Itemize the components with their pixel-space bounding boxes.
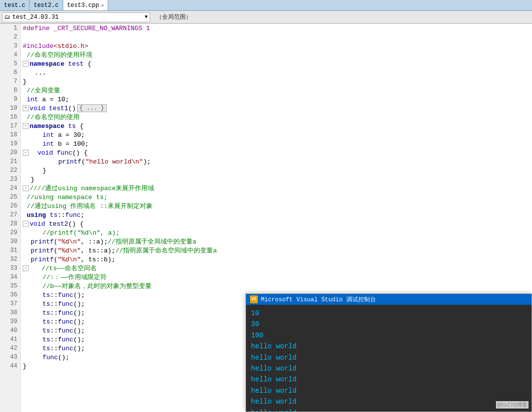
ln-21: 21 [0, 157, 20, 166]
scope-label: （全局范围） [152, 13, 196, 21]
ln-39: 39 [0, 317, 20, 326]
ln-6: 6 [0, 68, 20, 77]
fold-btn-5[interactable]: − [23, 61, 29, 67]
tab-test2-c[interactable]: test2.c [30, 0, 63, 10]
collapsed-block-10: { ... } [77, 104, 107, 112]
ln-29: 29 [0, 228, 20, 237]
fold-btn-24[interactable]: − [23, 185, 29, 191]
ln-19: 19 [0, 139, 20, 148]
debug-line-9: hello world [251, 396, 527, 407]
ln-37: 37 [0, 299, 20, 308]
debug-line-5: hello world [251, 352, 527, 363]
code-line-32: printf ( "%d\n" , ts::b); [23, 255, 532, 264]
code-line-5: − namespace test { [23, 59, 532, 68]
code-line-20: − void func () { [23, 148, 532, 157]
ln-40: 40 [0, 326, 20, 335]
ln-7: 7 [0, 77, 20, 86]
code-line-30: printf ( "%d\n" , ::a); //指明原属于全局域中的变量a [23, 237, 532, 246]
code-line-35: //b——对象名，此时的对象为整型变量 [23, 282, 532, 290]
fold-btn-20[interactable]: − [23, 150, 29, 156]
ln-16: 16 [0, 113, 20, 122]
ln-41: 41 [0, 335, 20, 344]
code-line-25: //using namespace ts; [23, 193, 532, 202]
vs-icon: VS [250, 295, 258, 303]
editor-area: 1 2 3 4 5 6 7 8 9 10 16 17 18 19 20 21 2… [0, 24, 532, 412]
code-line-23: } [23, 175, 532, 184]
code-line-21: printf ( "hello world\n" ); [23, 157, 532, 166]
code-line-27: using ts :: func ; [23, 210, 532, 219]
code-line-4: //命名空间的使用环境 [23, 50, 532, 59]
tab-bar: test.c test2.c test3.cpp ✕ [0, 0, 532, 11]
code-line-22: } [23, 166, 532, 175]
ln-22: 22 [0, 166, 20, 175]
ln-20: 20 [0, 148, 20, 157]
ln-10: 10 [0, 104, 20, 113]
ln-27: 27 [0, 210, 20, 219]
project-name: test_24.03.31 [12, 14, 59, 21]
code-line-1: #define _CRT_SECURE_NO_WARNINGS 1 [23, 24, 532, 33]
line-numbers: 1 2 3 4 5 6 7 8 9 10 16 17 18 19 20 21 2… [0, 24, 21, 412]
ln-43: 43 [0, 353, 20, 362]
toolbar-row: 🗂 test_24.03.31 ▼ （全局范围） [0, 11, 532, 24]
ln-42: 42 [0, 344, 20, 353]
ln-23: 23 [0, 175, 20, 184]
ln-26: 26 [0, 202, 20, 210]
code-line-7: } [23, 77, 532, 86]
fold-btn-28[interactable]: − [23, 221, 29, 227]
dropdown-arrow-icon: ▼ [145, 14, 148, 20]
project-dropdown[interactable]: 🗂 test_24.03.31 ▼ [2, 12, 150, 22]
tab-test3-cpp[interactable]: test3.cpp ✕ [63, 0, 109, 10]
ln-8: 8 [0, 86, 20, 95]
debug-line-10: hello world [251, 408, 527, 412]
tab-label: test.c [4, 2, 25, 9]
tab-close-icon[interactable]: ✕ [101, 2, 104, 8]
code-line-2 [23, 33, 532, 41]
code-line-8: //全局变量 [23, 86, 532, 95]
code-line-19: int b = 100; [23, 139, 532, 148]
ln-1: 1 [0, 24, 20, 33]
ln-28: 28 [0, 219, 20, 228]
debug-line-2: 30 [251, 319, 527, 330]
ln-18: 18 [0, 130, 20, 139]
ln-25: 25 [0, 193, 20, 202]
tab-label: test3.cpp [67, 2, 99, 9]
ln-5: 5 [0, 59, 20, 68]
debug-console-body[interactable]: 10 30 100 hello world hello world hello … [246, 305, 532, 412]
code-line-24: − ////通过using namespace来展开作用域 [23, 184, 532, 193]
fold-btn-10[interactable]: + [23, 105, 29, 111]
tab-label: test2.c [34, 2, 58, 9]
code-line-17: − namespace ts { [23, 122, 532, 130]
debug-line-4: hello world [251, 341, 527, 352]
code-line-3: #include <stdio.h> [23, 41, 532, 50]
code-line-34: //:：——作用域限定符 [23, 273, 532, 282]
debug-line-8: hello world [251, 385, 527, 396]
ln-17: 17 [0, 122, 20, 130]
ln-3: 3 [0, 41, 20, 50]
code-line-16: //命名空间的使用 [23, 113, 532, 122]
ln-36: 36 [0, 290, 20, 299]
ln-30: 30 [0, 237, 20, 246]
debug-console: VS Microsoft Visual Studio 调试控制台 10 30 1… [246, 293, 532, 412]
code-line-18: int a = 30; [23, 130, 532, 139]
ln-4: 4 [0, 50, 20, 59]
ln-44: 44 [0, 362, 20, 371]
debug-line-6: hello world [251, 363, 527, 374]
code-line-31: printf ( "%d\n" , ts::a); //指明原属于命名空间域中的… [23, 246, 532, 255]
code-line-28: − void test2 () { [23, 219, 532, 228]
ln-31: 31 [0, 246, 20, 255]
code-line-10: + void test1 () { ... } [23, 104, 532, 113]
debug-line-1: 10 [251, 308, 527, 319]
code-line-26: //通过using 作用域名 ::来展开制定对象 [23, 202, 532, 210]
debug-line-3: 100 [251, 330, 527, 341]
ln-34: 34 [0, 273, 20, 282]
fold-btn-17[interactable]: − [23, 123, 29, 129]
ln-38: 38 [0, 308, 20, 317]
fold-btn-33[interactable]: − [23, 265, 29, 271]
debug-line-7: hello world [251, 374, 527, 385]
tab-test-c[interactable]: test.c [0, 0, 30, 10]
ln-2: 2 [0, 33, 20, 41]
ln-32: 32 [0, 255, 20, 264]
ln-9: 9 [0, 95, 20, 104]
ln-24: 24 [0, 184, 20, 193]
code-line-33: − //ts——命名空间名 [23, 264, 532, 273]
